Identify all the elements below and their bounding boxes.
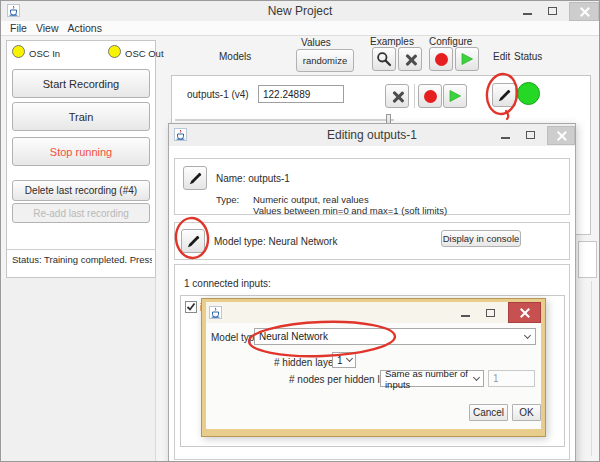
close-icon bbox=[520, 308, 529, 317]
background-divider bbox=[591, 281, 592, 456]
edit-model-type-button[interactable] bbox=[181, 229, 205, 253]
model-type-label: Model type: Neural Network bbox=[214, 236, 337, 247]
maximize-icon[interactable] bbox=[526, 131, 535, 139]
search-icon bbox=[376, 51, 392, 67]
row-clear-examples-button[interactable] bbox=[385, 84, 409, 108]
record-icon bbox=[435, 53, 448, 66]
output-value-input[interactable] bbox=[258, 85, 344, 103]
close-button[interactable] bbox=[547, 126, 575, 145]
osc-in-label: OSC In bbox=[29, 48, 60, 59]
menu-file[interactable]: File bbox=[10, 22, 27, 34]
minimize-icon[interactable] bbox=[501, 137, 510, 139]
pencil-icon bbox=[497, 88, 512, 103]
hidden-layers-selected-value: 1 bbox=[337, 355, 343, 366]
menu-bar: File View Actions bbox=[1, 21, 599, 36]
row-run-button[interactable] bbox=[443, 84, 467, 108]
model-type-selected-value: Neural Network bbox=[259, 331, 328, 342]
pencil-icon bbox=[186, 234, 201, 249]
background-panel-fragment bbox=[578, 241, 597, 278]
examples-header: Examples bbox=[370, 36, 414, 47]
nodes-selected-value: Same as number of inputs bbox=[385, 368, 483, 390]
status-text: Status: Training completed. Press "Run" … bbox=[12, 254, 152, 265]
play-icon bbox=[460, 52, 474, 66]
java-app-icon bbox=[209, 306, 222, 319]
main-window-lower-area bbox=[2, 278, 156, 462]
row-status-indicator bbox=[517, 82, 540, 105]
edit-name-button[interactable] bbox=[183, 166, 207, 190]
menu-view[interactable]: View bbox=[36, 22, 59, 34]
type-description-line1: Numeric output, real values bbox=[253, 194, 369, 205]
hidden-layers-select[interactable]: 1 bbox=[332, 352, 356, 368]
configure-header: Configure bbox=[429, 36, 472, 47]
model-type-dialog: Model type: Neural Network # hidden laye… bbox=[201, 298, 546, 437]
record-all-button[interactable] bbox=[429, 47, 453, 71]
stop-running-button[interactable]: Stop running bbox=[12, 137, 150, 166]
status-divider bbox=[7, 249, 155, 250]
ok-button[interactable]: OK bbox=[512, 404, 541, 421]
type-description-line2: Values between min=0 and max=1 (soft lim… bbox=[253, 205, 447, 216]
run-all-button[interactable] bbox=[455, 47, 479, 71]
row-edit-button[interactable] bbox=[492, 83, 516, 107]
play-icon bbox=[448, 89, 462, 103]
control-panel: OSC In OSC Out Start Recording Train Sto… bbox=[6, 40, 156, 278]
menu-actions[interactable]: Actions bbox=[68, 22, 102, 34]
name-type-panel: Name: outputs-1 Type: Numeric output, re… bbox=[174, 158, 570, 215]
edit-header: Edit bbox=[493, 51, 510, 62]
editing-dialog-titlebar: Editing outputs-1 bbox=[169, 124, 575, 146]
maximize-icon[interactable] bbox=[486, 309, 495, 317]
status-header: Status bbox=[514, 51, 542, 62]
start-recording-button[interactable]: Start Recording bbox=[12, 69, 150, 98]
values-header: Values bbox=[301, 37, 331, 48]
close-icon bbox=[557, 131, 566, 140]
randomize-button[interactable]: randomize bbox=[296, 49, 354, 72]
close-button[interactable] bbox=[508, 302, 541, 323]
pencil-icon bbox=[188, 171, 203, 186]
chevron-down-icon bbox=[524, 331, 531, 338]
model-type-select[interactable]: Neural Network bbox=[254, 328, 536, 345]
input-checkbox[interactable] bbox=[185, 301, 197, 313]
main-window-title: New Project bbox=[1, 4, 599, 18]
type-label: Type: bbox=[216, 194, 239, 205]
x-icon bbox=[405, 54, 416, 65]
view-examples-button[interactable] bbox=[372, 47, 396, 71]
model-dialog-body: Model type: Neural Network # hidden laye… bbox=[206, 323, 541, 429]
row-record-button[interactable] bbox=[418, 84, 442, 108]
close-button[interactable] bbox=[569, 2, 599, 21]
output-slider-track[interactable] bbox=[175, 119, 394, 121]
row-divider bbox=[414, 84, 415, 108]
connected-inputs-label: 1 connected inputs: bbox=[184, 278, 271, 289]
maximize-icon[interactable] bbox=[548, 7, 557, 15]
minimize-icon[interactable] bbox=[461, 315, 470, 317]
minimize-icon[interactable] bbox=[523, 13, 532, 15]
readd-last-recording-button: Re-add last recording bbox=[12, 203, 150, 223]
train-button[interactable]: Train bbox=[12, 102, 150, 131]
osc-out-label: OSC Out bbox=[125, 48, 164, 59]
model-dialog-titlebar bbox=[206, 302, 541, 323]
delete-last-recording-button[interactable]: Delete last recording (#4) bbox=[12, 180, 150, 201]
osc-in-indicator bbox=[12, 45, 25, 58]
close-icon bbox=[580, 7, 589, 16]
chevron-down-icon bbox=[346, 355, 353, 362]
model-type-panel: Model type: Neural Network Display in co… bbox=[174, 222, 570, 260]
app-screen: New Project File View Actions OSC In OSC… bbox=[0, 0, 600, 462]
nodes-per-layer-select[interactable]: Same as number of inputs bbox=[380, 370, 484, 387]
output-name-label: Name: outputs-1 bbox=[216, 173, 290, 184]
main-titlebar: New Project bbox=[1, 1, 599, 21]
check-icon bbox=[186, 302, 196, 312]
cancel-button[interactable]: Cancel bbox=[469, 404, 508, 421]
osc-out-indicator bbox=[108, 45, 121, 58]
clear-examples-button[interactable] bbox=[398, 47, 422, 71]
x-icon bbox=[392, 91, 403, 102]
output-row-name: outputs-1 (v4) bbox=[187, 89, 249, 100]
display-in-console-button[interactable]: Display in console bbox=[441, 230, 521, 247]
nodes-count-input bbox=[488, 370, 535, 387]
record-icon bbox=[424, 90, 437, 103]
models-header: Models bbox=[219, 51, 251, 62]
